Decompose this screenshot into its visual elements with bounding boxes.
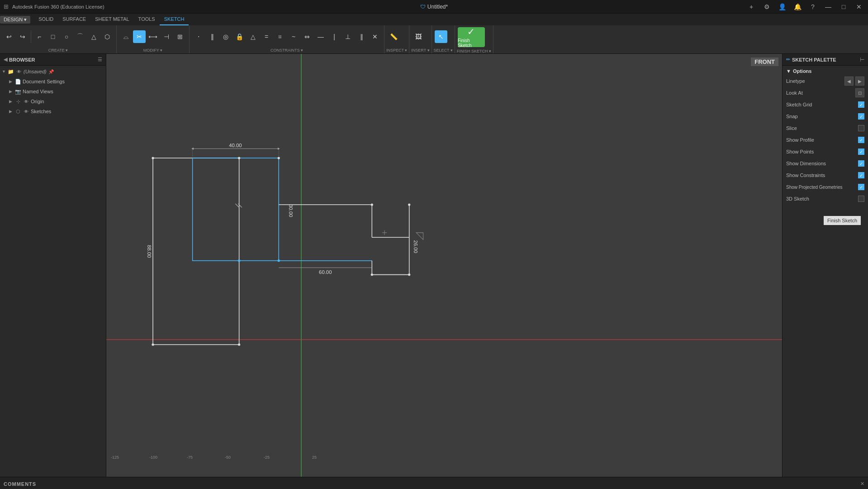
tab-solid[interactable]: SOLID (34, 14, 58, 25)
tab-tools[interactable]: TOOLS (134, 14, 160, 25)
rectangle-tool[interactable]: □ (47, 30, 59, 43)
sketch-grid-checkbox[interactable] (858, 101, 864, 108)
browser-item-sketches[interactable]: ▶ ⬡ 👁 Sketches (0, 106, 106, 116)
extend-tool[interactable]: ⟷ (147, 30, 159, 43)
insert-icons: 🖼 (411, 25, 426, 48)
measure-tool[interactable]: 📏 (387, 30, 400, 43)
minimize-btn[interactable]: — (821, 0, 835, 14)
linetype-next-btn[interactable]: ▶ (855, 77, 864, 86)
tab-surface[interactable]: SURFACE (58, 14, 90, 25)
slice-row: Slice (786, 124, 864, 133)
titlebar-right: + ⚙ 👤 🔔 ? — □ ✕ (744, 0, 868, 14)
show-constraints-checkbox[interactable] (858, 172, 864, 178)
show-dimensions-checkbox[interactable] (858, 160, 864, 167)
sketches-arrow: ▶ (9, 109, 14, 114)
collinear-constraint[interactable]: ‖ (206, 30, 218, 43)
tab-sketch[interactable]: SKETCH (160, 14, 189, 25)
show-profile-checkbox[interactable] (858, 137, 864, 143)
parallel-constraint[interactable]: ∥ (355, 30, 368, 43)
inspect-label: INSPECT ▾ (386, 48, 407, 53)
origin-icon: ⊹ (14, 98, 22, 105)
fillet-tool[interactable]: ⌓ (119, 30, 132, 43)
constraints-label: CONSTRAINTS ▾ (191, 48, 382, 53)
triangle-tool[interactable]: △ (87, 30, 100, 43)
account-btn[interactable]: 👤 (775, 0, 789, 14)
concentric-constraint[interactable]: ◎ (219, 30, 232, 43)
coincident-constraint[interactable]: ⋅ (192, 30, 205, 43)
look-at-btn[interactable]: ⊡ (855, 88, 864, 97)
midpoint-constraint[interactable]: △ (247, 30, 259, 43)
comments-close-btn[interactable]: ✕ (860, 481, 864, 487)
browser-title-text: BROWSER (9, 57, 35, 62)
break-tool[interactable]: ⊣ (160, 30, 173, 43)
offset-tool[interactable]: ⊞ (174, 30, 186, 43)
palette-pin-btn[interactable]: ⊢ (860, 57, 864, 63)
lock-constraint[interactable]: 🔒 (233, 30, 246, 43)
app-title: Autodesk Fusion 360 (Education License) (12, 4, 104, 10)
collapse-browser-btn[interactable]: ◀ (4, 57, 7, 62)
new-tab-btn[interactable]: + (744, 0, 759, 14)
browser-item-doc-settings[interactable]: ▶ 📄 Document Settings (0, 77, 106, 86)
origin-label: Origin (31, 99, 44, 104)
linetype-control: ◀ ▶ (844, 77, 864, 86)
close-btn[interactable]: ✕ (852, 0, 866, 14)
select-group: ↖ SELECT ▾ (432, 25, 455, 53)
insert-label: INSERT ▾ (411, 48, 429, 53)
browser-item-root[interactable]: ▼ 📁 👁 (Unsaved) 📌 (0, 67, 106, 77)
finish-sketch-group: ✓ Finish Sketch FINISH SKETCH ▾ (455, 25, 493, 53)
redo-btn[interactable]: ↪ (16, 30, 29, 43)
sketch-grid-label: Sketch Grid (786, 102, 812, 107)
undo-btn[interactable]: ↩ (3, 30, 15, 43)
trim-tool[interactable]: ✂ (133, 30, 146, 43)
document-title: Untitled* (427, 4, 448, 10)
show-projected-checkbox[interactable] (858, 184, 864, 190)
linetype-prev-btn[interactable]: ◀ (844, 77, 854, 86)
browser-item-named-views[interactable]: ▶ 📷 Named Views (0, 86, 106, 96)
line-tool[interactable]: ⌐ (33, 30, 46, 43)
bottom-area: COMMENTS ✕ ⏮ ⏪ ▶ ⏩ ⏭ ⊞ 🔄 👁 ✋ 🔍 ⊡ ⬜ ⊞ 📷 ⋮ (0, 477, 868, 489)
3d-sketch-checkbox[interactable] (858, 196, 864, 202)
perpendicular-constraint[interactable]: ⊥ (342, 30, 354, 43)
sketches-eye: 👁 (23, 108, 30, 115)
doc-settings-icon: 📄 (14, 78, 22, 85)
sketch-palette-panel: ✏ SKETCH PALETTE ⊢ ▼ Options Linetype ◀ … (782, 54, 868, 477)
select-icons: ↖ (434, 25, 448, 48)
browser-items: ▼ 📁 👁 (Unsaved) 📌 ▶ 📄 Document Settings … (0, 66, 106, 477)
titlebar-left: ⊞ Autodesk Fusion 360 (Education License… (0, 3, 104, 10)
maximize-btn[interactable]: □ (836, 0, 851, 14)
snap-checkbox[interactable] (858, 113, 864, 120)
fix-constraint[interactable]: ✕ (369, 30, 381, 43)
symmetric-constraint[interactable]: ⇔ (301, 30, 313, 43)
tab-sheet-metal[interactable]: SHEET METAL (90, 14, 133, 25)
help-btn[interactable]: ? (806, 0, 820, 14)
slice-checkbox[interactable] (858, 125, 864, 131)
sketches-icon: ⬡ (14, 108, 22, 115)
circle-tool[interactable]: ○ (60, 30, 73, 43)
tangent-constraint[interactable]: ⌗ (274, 30, 286, 43)
insert-image-tool[interactable]: 🖼 (412, 30, 425, 43)
polygon-tool[interactable]: ⬡ (101, 30, 114, 43)
show-points-checkbox[interactable] (858, 149, 864, 155)
equal-constraint[interactable]: = (260, 30, 273, 43)
browser-menu-btn[interactable]: ☰ (98, 57, 102, 62)
smooth-constraint[interactable]: ~ (287, 30, 300, 43)
doc-settings-label: Document Settings (23, 79, 65, 84)
vertical-constraint[interactable]: | (328, 30, 341, 43)
front-view-label: FRONT (751, 58, 778, 66)
horizontal-constraint[interactable]: — (314, 30, 327, 43)
browser-header: ◀ BROWSER ☰ (0, 54, 106, 66)
constraints-icons: ⋅ ‖ ◎ 🔒 △ = ⌗ ~ ⇔ — | ⊥ ∥ ✕ (191, 25, 382, 48)
browser-item-origin[interactable]: ▶ ⊹ 👁 Origin (0, 96, 106, 106)
finish-sketch-palette-btn[interactable]: Finish Sketch (824, 216, 861, 225)
arc-tool[interactable]: ⌒ (74, 30, 86, 43)
design-menu-btn[interactable]: DESIGN ▾ (0, 16, 30, 24)
finish-sketch-btn[interactable]: ✓ Finish Sketch (458, 27, 485, 47)
inspect-icons: 📏 (386, 25, 401, 48)
canvas[interactable]: FRONT -125 -100 -75 -50 -25 25 40 (106, 54, 782, 477)
notification-btn[interactable]: 🔔 (790, 0, 805, 14)
insert-group: 🖼 INSERT ▾ (409, 25, 432, 53)
settings-btn[interactable]: ⚙ (759, 0, 774, 14)
select-tool[interactable]: ↖ (435, 30, 447, 43)
point-7 (278, 259, 280, 262)
3d-sketch-row: 3D Sketch (786, 194, 864, 203)
